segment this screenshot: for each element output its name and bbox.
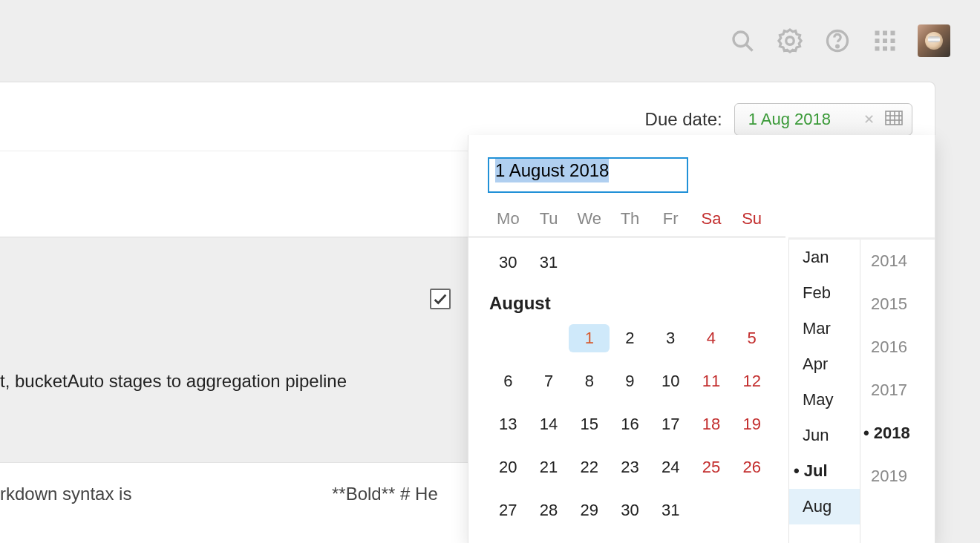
year-option[interactable]: 2018 [860, 412, 935, 455]
date-input-value: 1 August 2018 [495, 159, 609, 182]
due-date-button[interactable]: 1 Aug 2018 ✕ [734, 103, 912, 136]
svg-rect-7 [891, 31, 895, 36]
day-cell[interactable]: 22 [569, 453, 610, 481]
day-cell[interactable]: 13 [488, 410, 529, 438]
prev-month-tail: 3031 [488, 249, 772, 277]
day-cell[interactable]: 9 [610, 367, 650, 395]
year-option[interactable]: 2017 [860, 369, 935, 412]
calendar-main: MoTuWeThFrSaSu 3031 August 1234567891011… [468, 209, 788, 543]
svg-rect-13 [891, 47, 895, 51]
day-cell[interactable]: 5 [731, 324, 772, 352]
day-cell[interactable]: 4 [691, 324, 732, 352]
gear-icon[interactable] [775, 26, 805, 56]
day-cell[interactable]: 15 [569, 410, 610, 438]
svg-rect-5 [875, 31, 880, 36]
year-option[interactable]: 2014 [860, 240, 935, 283]
day-cell[interactable]: 29 [569, 496, 610, 524]
svg-rect-12 [883, 47, 887, 51]
due-date-value: 1 Aug 2018 [748, 110, 831, 129]
day-of-week-header: MoTuWeThFrSaSu [488, 209, 772, 228]
day-cell[interactable]: 21 [529, 453, 569, 481]
svg-rect-11 [875, 47, 880, 51]
year-list: 201420152016201720182019 [860, 240, 935, 543]
day-cell[interactable]: 12 [731, 367, 772, 395]
due-date-label: Due date: [645, 109, 722, 130]
day-cell[interactable]: 24 [650, 453, 691, 481]
datepicker-popover: 1 August 2018 MoTuWeThFrSaSu 3031 August… [468, 135, 935, 543]
month-option[interactable]: Feb [789, 275, 860, 311]
day-cell[interactable]: 8 [569, 367, 610, 395]
day-cell[interactable]: 2 [610, 324, 650, 352]
background-text-line2-left: rkdown syntax is [0, 484, 131, 504]
background-text-line2-right: **Bold** # He [332, 484, 438, 504]
svg-point-0 [734, 32, 748, 47]
svg-rect-6 [883, 31, 887, 36]
help-icon[interactable] [823, 26, 852, 56]
dow-cell: Th [610, 209, 650, 228]
month-option[interactable]: Jun [789, 418, 860, 453]
day-cell[interactable]: 23 [610, 453, 650, 481]
day-cell[interactable]: 30 [610, 496, 650, 524]
date-input[interactable]: 1 August 2018 [488, 157, 688, 193]
svg-point-4 [837, 45, 839, 47]
datepicker-body: MoTuWeThFrSaSu 3031 August 1234567891011… [468, 209, 935, 543]
svg-line-1 [746, 45, 752, 50]
month-option[interactable]: Aug [789, 489, 860, 524]
day-cell[interactable]: 18 [691, 410, 732, 438]
day-cell[interactable]: 28 [529, 496, 569, 524]
day-cell[interactable]: 31 [650, 496, 691, 524]
day-cell[interactable]: 17 [650, 410, 691, 438]
year-option[interactable]: 2015 [860, 283, 935, 326]
svg-point-2 [786, 37, 794, 45]
year-option[interactable]: 2016 [860, 326, 935, 369]
month-option[interactable]: Mar [789, 311, 860, 346]
background-text-line1: t, bucketAuto stages to aggregation pipe… [0, 371, 347, 392]
month-list: JanFebMarAprMayJunJulAug [789, 240, 860, 543]
day-cell[interactable]: 30 [488, 249, 529, 277]
day-cell[interactable]: 7 [529, 367, 569, 395]
dow-cell: Mo [488, 209, 529, 228]
day-cell[interactable]: 26 [731, 453, 772, 481]
month-option[interactable]: May [789, 382, 860, 418]
dow-cell: Sa [691, 209, 732, 228]
clear-date-icon[interactable]: ✕ [863, 111, 875, 128]
apps-grid-icon[interactable] [870, 26, 900, 56]
calendar-grid-icon[interactable] [885, 111, 903, 128]
checkbox-container [430, 289, 451, 309]
month-label: August [489, 293, 772, 314]
task-checkbox[interactable] [430, 289, 451, 309]
year-option[interactable]: 2019 [860, 455, 935, 498]
dow-cell: Su [731, 209, 772, 228]
day-cell[interactable]: 11 [691, 367, 732, 395]
topbar [728, 0, 980, 82]
dow-cell: We [569, 209, 610, 228]
dow-cell: Fr [650, 209, 691, 228]
day-cell[interactable]: 25 [691, 453, 732, 481]
day-cell[interactable]: 10 [650, 367, 691, 395]
calendar-grid: 1234567891011121314151617181920212223242… [488, 324, 772, 524]
day-cell[interactable]: 31 [529, 249, 569, 277]
calendar-aside: JanFebMarAprMayJunJulAug 201420152016201… [788, 237, 935, 543]
day-cell[interactable]: 3 [650, 324, 691, 352]
search-icon[interactable] [728, 26, 757, 56]
svg-rect-9 [883, 39, 887, 43]
month-option[interactable]: Jul [789, 453, 860, 489]
day-cell[interactable]: 16 [610, 410, 650, 438]
day-cell[interactable]: 14 [529, 410, 569, 438]
day-cell[interactable]: 1 [569, 324, 610, 352]
dow-cell: Tu [529, 209, 569, 228]
month-option[interactable]: Apr [789, 346, 860, 382]
month-option[interactable]: Jan [789, 240, 860, 275]
day-cell[interactable]: 20 [488, 453, 529, 481]
avatar[interactable] [918, 24, 950, 57]
header-divider [468, 236, 785, 238]
svg-rect-10 [891, 39, 895, 43]
day-cell[interactable]: 27 [488, 496, 529, 524]
day-cell[interactable]: 6 [488, 367, 529, 395]
day-cell[interactable]: 19 [731, 410, 772, 438]
svg-rect-8 [875, 39, 880, 43]
